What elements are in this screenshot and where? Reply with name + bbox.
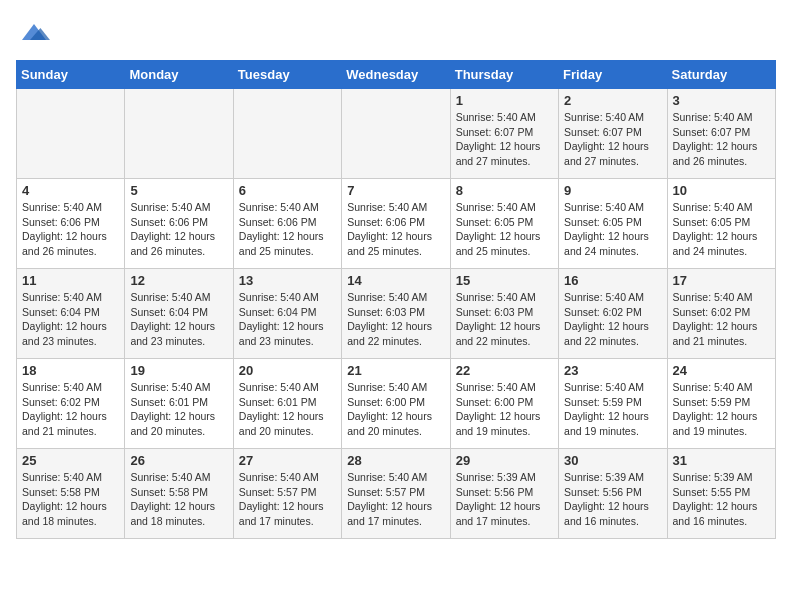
day-number: 31 bbox=[673, 453, 770, 468]
col-monday: Monday bbox=[125, 61, 233, 89]
day-detail: Sunrise: 5:39 AM Sunset: 5:56 PM Dayligh… bbox=[564, 470, 661, 529]
day-number: 15 bbox=[456, 273, 553, 288]
day-detail: Sunrise: 5:40 AM Sunset: 6:03 PM Dayligh… bbox=[347, 290, 444, 349]
day-number: 11 bbox=[22, 273, 119, 288]
day-detail: Sunrise: 5:40 AM Sunset: 5:57 PM Dayligh… bbox=[347, 470, 444, 529]
day-cell: 25Sunrise: 5:40 AM Sunset: 5:58 PM Dayli… bbox=[17, 449, 125, 539]
day-cell: 16Sunrise: 5:40 AM Sunset: 6:02 PM Dayli… bbox=[559, 269, 667, 359]
col-wednesday: Wednesday bbox=[342, 61, 450, 89]
day-cell: 17Sunrise: 5:40 AM Sunset: 6:02 PM Dayli… bbox=[667, 269, 775, 359]
day-detail: Sunrise: 5:40 AM Sunset: 6:07 PM Dayligh… bbox=[564, 110, 661, 169]
day-number: 20 bbox=[239, 363, 336, 378]
day-number: 16 bbox=[564, 273, 661, 288]
day-cell: 23Sunrise: 5:40 AM Sunset: 5:59 PM Dayli… bbox=[559, 359, 667, 449]
day-cell: 12Sunrise: 5:40 AM Sunset: 6:04 PM Dayli… bbox=[125, 269, 233, 359]
day-number: 10 bbox=[673, 183, 770, 198]
day-cell: 3Sunrise: 5:40 AM Sunset: 6:07 PM Daylig… bbox=[667, 89, 775, 179]
day-number: 4 bbox=[22, 183, 119, 198]
day-detail: Sunrise: 5:40 AM Sunset: 6:01 PM Dayligh… bbox=[239, 380, 336, 439]
day-detail: Sunrise: 5:40 AM Sunset: 6:04 PM Dayligh… bbox=[130, 290, 227, 349]
day-number: 22 bbox=[456, 363, 553, 378]
day-cell: 10Sunrise: 5:40 AM Sunset: 6:05 PM Dayli… bbox=[667, 179, 775, 269]
week-row-2: 4Sunrise: 5:40 AM Sunset: 6:06 PM Daylig… bbox=[17, 179, 776, 269]
day-number: 19 bbox=[130, 363, 227, 378]
day-number: 25 bbox=[22, 453, 119, 468]
day-number: 5 bbox=[130, 183, 227, 198]
day-cell bbox=[17, 89, 125, 179]
col-friday: Friday bbox=[559, 61, 667, 89]
day-cell: 15Sunrise: 5:40 AM Sunset: 6:03 PM Dayli… bbox=[450, 269, 558, 359]
day-detail: Sunrise: 5:40 AM Sunset: 6:05 PM Dayligh… bbox=[564, 200, 661, 259]
day-cell: 18Sunrise: 5:40 AM Sunset: 6:02 PM Dayli… bbox=[17, 359, 125, 449]
day-detail: Sunrise: 5:40 AM Sunset: 5:58 PM Dayligh… bbox=[22, 470, 119, 529]
day-cell: 24Sunrise: 5:40 AM Sunset: 5:59 PM Dayli… bbox=[667, 359, 775, 449]
day-detail: Sunrise: 5:40 AM Sunset: 6:05 PM Dayligh… bbox=[456, 200, 553, 259]
day-detail: Sunrise: 5:40 AM Sunset: 6:02 PM Dayligh… bbox=[564, 290, 661, 349]
day-cell: 11Sunrise: 5:40 AM Sunset: 6:04 PM Dayli… bbox=[17, 269, 125, 359]
day-cell bbox=[233, 89, 341, 179]
day-cell: 19Sunrise: 5:40 AM Sunset: 6:01 PM Dayli… bbox=[125, 359, 233, 449]
day-number: 8 bbox=[456, 183, 553, 198]
day-cell: 13Sunrise: 5:40 AM Sunset: 6:04 PM Dayli… bbox=[233, 269, 341, 359]
day-cell: 30Sunrise: 5:39 AM Sunset: 5:56 PM Dayli… bbox=[559, 449, 667, 539]
day-detail: Sunrise: 5:39 AM Sunset: 5:55 PM Dayligh… bbox=[673, 470, 770, 529]
day-detail: Sunrise: 5:40 AM Sunset: 5:58 PM Dayligh… bbox=[130, 470, 227, 529]
day-number: 29 bbox=[456, 453, 553, 468]
day-number: 28 bbox=[347, 453, 444, 468]
day-cell: 7Sunrise: 5:40 AM Sunset: 6:06 PM Daylig… bbox=[342, 179, 450, 269]
day-number: 13 bbox=[239, 273, 336, 288]
week-row-1: 1Sunrise: 5:40 AM Sunset: 6:07 PM Daylig… bbox=[17, 89, 776, 179]
day-detail: Sunrise: 5:40 AM Sunset: 6:02 PM Dayligh… bbox=[673, 290, 770, 349]
week-row-4: 18Sunrise: 5:40 AM Sunset: 6:02 PM Dayli… bbox=[17, 359, 776, 449]
day-detail: Sunrise: 5:40 AM Sunset: 6:07 PM Dayligh… bbox=[673, 110, 770, 169]
day-detail: Sunrise: 5:40 AM Sunset: 6:01 PM Dayligh… bbox=[130, 380, 227, 439]
day-cell: 20Sunrise: 5:40 AM Sunset: 6:01 PM Dayli… bbox=[233, 359, 341, 449]
day-number: 17 bbox=[673, 273, 770, 288]
day-detail: Sunrise: 5:40 AM Sunset: 5:59 PM Dayligh… bbox=[673, 380, 770, 439]
day-number: 12 bbox=[130, 273, 227, 288]
day-cell: 8Sunrise: 5:40 AM Sunset: 6:05 PM Daylig… bbox=[450, 179, 558, 269]
day-cell bbox=[125, 89, 233, 179]
day-detail: Sunrise: 5:40 AM Sunset: 6:03 PM Dayligh… bbox=[456, 290, 553, 349]
day-cell: 2Sunrise: 5:40 AM Sunset: 6:07 PM Daylig… bbox=[559, 89, 667, 179]
day-detail: Sunrise: 5:40 AM Sunset: 6:04 PM Dayligh… bbox=[22, 290, 119, 349]
day-detail: Sunrise: 5:40 AM Sunset: 6:07 PM Dayligh… bbox=[456, 110, 553, 169]
week-row-5: 25Sunrise: 5:40 AM Sunset: 5:58 PM Dayli… bbox=[17, 449, 776, 539]
day-detail: Sunrise: 5:40 AM Sunset: 5:57 PM Dayligh… bbox=[239, 470, 336, 529]
day-cell: 4Sunrise: 5:40 AM Sunset: 6:06 PM Daylig… bbox=[17, 179, 125, 269]
day-cell: 29Sunrise: 5:39 AM Sunset: 5:56 PM Dayli… bbox=[450, 449, 558, 539]
day-number: 3 bbox=[673, 93, 770, 108]
day-number: 24 bbox=[673, 363, 770, 378]
day-detail: Sunrise: 5:40 AM Sunset: 6:06 PM Dayligh… bbox=[239, 200, 336, 259]
day-detail: Sunrise: 5:40 AM Sunset: 6:04 PM Dayligh… bbox=[239, 290, 336, 349]
day-number: 14 bbox=[347, 273, 444, 288]
calendar-header: Sunday Monday Tuesday Wednesday Thursday… bbox=[17, 61, 776, 89]
week-row-3: 11Sunrise: 5:40 AM Sunset: 6:04 PM Dayli… bbox=[17, 269, 776, 359]
logo-icon bbox=[18, 16, 50, 48]
day-number: 6 bbox=[239, 183, 336, 198]
day-detail: Sunrise: 5:39 AM Sunset: 5:56 PM Dayligh… bbox=[456, 470, 553, 529]
calendar-table: Sunday Monday Tuesday Wednesday Thursday… bbox=[16, 60, 776, 539]
header-row: Sunday Monday Tuesday Wednesday Thursday… bbox=[17, 61, 776, 89]
day-detail: Sunrise: 5:40 AM Sunset: 6:00 PM Dayligh… bbox=[456, 380, 553, 439]
day-cell: 5Sunrise: 5:40 AM Sunset: 6:06 PM Daylig… bbox=[125, 179, 233, 269]
day-cell: 1Sunrise: 5:40 AM Sunset: 6:07 PM Daylig… bbox=[450, 89, 558, 179]
day-number: 23 bbox=[564, 363, 661, 378]
day-cell: 31Sunrise: 5:39 AM Sunset: 5:55 PM Dayli… bbox=[667, 449, 775, 539]
day-detail: Sunrise: 5:40 AM Sunset: 5:59 PM Dayligh… bbox=[564, 380, 661, 439]
col-sunday: Sunday bbox=[17, 61, 125, 89]
day-cell: 26Sunrise: 5:40 AM Sunset: 5:58 PM Dayli… bbox=[125, 449, 233, 539]
day-detail: Sunrise: 5:40 AM Sunset: 6:05 PM Dayligh… bbox=[673, 200, 770, 259]
day-number: 27 bbox=[239, 453, 336, 468]
col-thursday: Thursday bbox=[450, 61, 558, 89]
day-number: 21 bbox=[347, 363, 444, 378]
day-cell: 27Sunrise: 5:40 AM Sunset: 5:57 PM Dayli… bbox=[233, 449, 341, 539]
day-cell: 9Sunrise: 5:40 AM Sunset: 6:05 PM Daylig… bbox=[559, 179, 667, 269]
day-cell bbox=[342, 89, 450, 179]
day-number: 26 bbox=[130, 453, 227, 468]
col-tuesday: Tuesday bbox=[233, 61, 341, 89]
day-number: 7 bbox=[347, 183, 444, 198]
day-number: 18 bbox=[22, 363, 119, 378]
day-detail: Sunrise: 5:40 AM Sunset: 6:02 PM Dayligh… bbox=[22, 380, 119, 439]
day-cell: 22Sunrise: 5:40 AM Sunset: 6:00 PM Dayli… bbox=[450, 359, 558, 449]
